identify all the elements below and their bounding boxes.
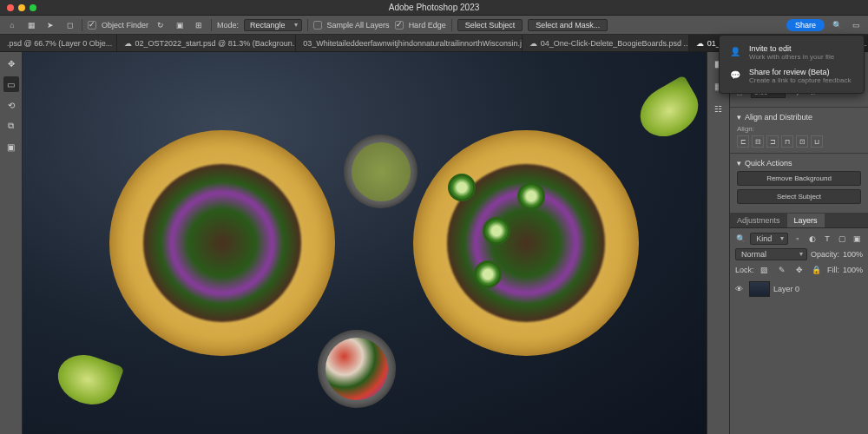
blend-mode-dropdown[interactable]: Normal — [735, 248, 807, 260]
align-center-v-icon[interactable]: ⊡ — [796, 135, 808, 148]
align-label: Align: — [737, 125, 861, 133]
object-finder-checkbox[interactable] — [88, 21, 96, 30]
layer-name[interactable]: Layer 0 — [773, 285, 799, 293]
adjustments-tab[interactable]: Adjustments — [730, 214, 787, 227]
search-icon[interactable]: 🔍 — [830, 18, 844, 32]
minimize-window[interactable] — [18, 4, 25, 11]
move-tool[interactable]: ✥ — [3, 56, 19, 71]
lock-position-icon[interactable]: ✥ — [792, 263, 806, 277]
layer-thumbnail[interactable] — [749, 281, 770, 297]
home-icon[interactable]: ⌂ — [5, 18, 19, 32]
chevron-down-icon[interactable]: ▾ — [737, 159, 741, 168]
remove-background-button[interactable]: Remove Background — [737, 171, 861, 186]
opacity-value[interactable]: 100% — [843, 250, 863, 259]
visibility-icon[interactable]: 👁 — [735, 285, 746, 293]
canvas[interactable] — [23, 52, 707, 434]
select-subject-button[interactable]: Select Subject — [737, 189, 861, 204]
workspace-icon[interactable]: ▭ — [849, 18, 863, 32]
lock-transparent-icon[interactable]: ▨ — [758, 263, 772, 277]
align-section: ▾Align and Distribute Align: ⊏ ⊟ ⊐ ⊓ ⊡ ⊔ — [730, 108, 868, 154]
lock-label: Lock: — [735, 266, 754, 274]
window-controls — [7, 4, 36, 11]
main-area: ✥ ▭ ⟲ ⧉ ▣ ◧ ▦ ☷ W X — [0, 52, 868, 434]
filter-shape-icon[interactable]: ▢ — [837, 232, 848, 246]
libraries-panel-icon[interactable]: ☷ — [711, 101, 727, 116]
kind-dropdown[interactable]: Kind — [750, 233, 788, 245]
layers-panel: 🔍 Kind ▫ ◐ T ▢ ▣ Normal Opacity: 100% Lo… — [730, 228, 868, 302]
document-tab[interactable]: ☁04_One-Click-Delete_BoogieBoards.psd ..… — [523, 35, 689, 51]
close-window[interactable] — [7, 4, 14, 11]
settings-icon[interactable]: ⊞ — [192, 18, 206, 32]
invite-to-edit-item[interactable]: 👤 Invite to edit Work with others in you… — [720, 41, 864, 64]
hard-edge-label: Hard Edge — [409, 21, 446, 30]
filter-icon[interactable]: 🔍 — [735, 232, 746, 246]
document-tab[interactable]: .psd @ 66.7% (Layer 0 Obje...× — [0, 35, 117, 51]
maximize-window[interactable] — [30, 4, 36, 11]
separator — [451, 19, 452, 31]
align-top-icon[interactable]: ⊓ — [781, 135, 793, 148]
layers-tab[interactable]: Layers — [787, 214, 825, 227]
quick-actions-section: ▾Quick Actions Remove Background Select … — [730, 154, 868, 214]
lime-wedge — [631, 75, 707, 147]
object-selection-tool[interactable]: ▭ — [3, 76, 19, 92]
object-finder-label: Object Finder — [102, 21, 148, 30]
object-preview-icon[interactable]: ▣ — [173, 18, 187, 32]
chevron-down-icon[interactable]: ▾ — [737, 113, 741, 122]
lasso-tool[interactable]: ⟲ — [3, 97, 19, 113]
separator — [211, 19, 212, 31]
review-title: Share for review (Beta) — [749, 68, 851, 76]
collapsed-panels-strip: ◧ ▦ ☷ — [707, 52, 729, 434]
taco-left — [109, 130, 335, 356]
opacity-label: Opacity: — [811, 250, 839, 259]
lock-image-icon[interactable]: ✎ — [775, 263, 789, 277]
share-button[interactable]: Share — [786, 19, 825, 31]
app-title: Adobe Photoshop 2023 — [389, 3, 480, 12]
align-right-icon[interactable]: ⊐ — [766, 135, 779, 148]
filter-smart-icon[interactable]: ▣ — [852, 232, 863, 246]
mode-dropdown[interactable]: Rectangle — [244, 19, 302, 31]
filter-type-icon[interactable]: T — [821, 232, 832, 246]
pico-bowl — [318, 330, 396, 408]
comment-icon: 💬 — [728, 68, 742, 82]
panel-tabs: Adjustments Layers — [730, 214, 868, 228]
arrow-icon[interactable]: ➤ — [43, 18, 57, 32]
cloud-icon: ☁ — [696, 39, 704, 48]
separator — [82, 19, 82, 31]
hard-edge-checkbox[interactable] — [395, 21, 404, 30]
tab-label: .psd @ 66.7% (Layer 0 Obje... — [7, 39, 112, 48]
filter-adj-icon[interactable]: ◐ — [806, 232, 818, 246]
right-panel: W X H Y △ ⇋ ⇵ ▾Align and Distribute Alig… — [729, 52, 868, 434]
salsa-bowl — [344, 135, 418, 208]
select-mask-button[interactable]: Select and Mask... — [528, 19, 608, 31]
sample-all-label: Sample All Layers — [327, 21, 390, 30]
mode-label: Mode: — [217, 21, 239, 30]
invite-title: Invite to edit — [749, 44, 834, 53]
fill-label: Fill: — [827, 266, 839, 274]
person-plus-icon: 👤 — [728, 44, 742, 58]
align-bottom-icon[interactable]: ⊔ — [811, 135, 823, 148]
tab-label: 03_Whitetaileddeerfawnwitjhindonnaturalt… — [303, 39, 523, 48]
align-center-h-icon[interactable]: ⊟ — [752, 135, 764, 148]
align-title: Align and Distribute — [745, 113, 812, 122]
select-subject-button[interactable]: Select Subject — [457, 19, 523, 31]
tool-icon[interactable]: ▦ — [24, 18, 38, 32]
layer-row[interactable]: 👁 Layer 0 — [735, 279, 863, 299]
selection-icon[interactable]: ◻ — [62, 18, 76, 32]
share-for-review-item[interactable]: 💬 Share for review (Beta) Create a link … — [720, 64, 864, 88]
frame-tool[interactable]: ▣ — [3, 139, 19, 155]
crop-tool[interactable]: ⧉ — [3, 118, 19, 134]
fill-value[interactable]: 100% — [843, 266, 863, 274]
sample-all-checkbox[interactable] — [313, 21, 322, 30]
refresh-icon[interactable]: ↻ — [154, 18, 168, 32]
options-bar: ⌂ ▦ ➤ ◻ Object Finder ↻ ▣ ⊞ Mode: Rectan… — [0, 16, 868, 35]
filter-pixel-icon[interactable]: ▫ — [792, 232, 803, 246]
document-image — [23, 52, 707, 434]
taco-right — [413, 130, 639, 356]
document-tab[interactable]: ☁02_OST2022_start.psd @ 81.3% (Backgroun… — [117, 35, 297, 51]
align-left-icon[interactable]: ⊏ — [737, 135, 749, 148]
lock-all-icon[interactable]: 🔒 — [810, 263, 824, 277]
document-tab[interactable]: 03_Whitetaileddeerfawnwitjhindonnaturalt… — [296, 35, 523, 51]
separator — [307, 19, 308, 31]
quick-actions-title: Quick Actions — [745, 159, 792, 168]
lime-wedge — [51, 347, 125, 413]
